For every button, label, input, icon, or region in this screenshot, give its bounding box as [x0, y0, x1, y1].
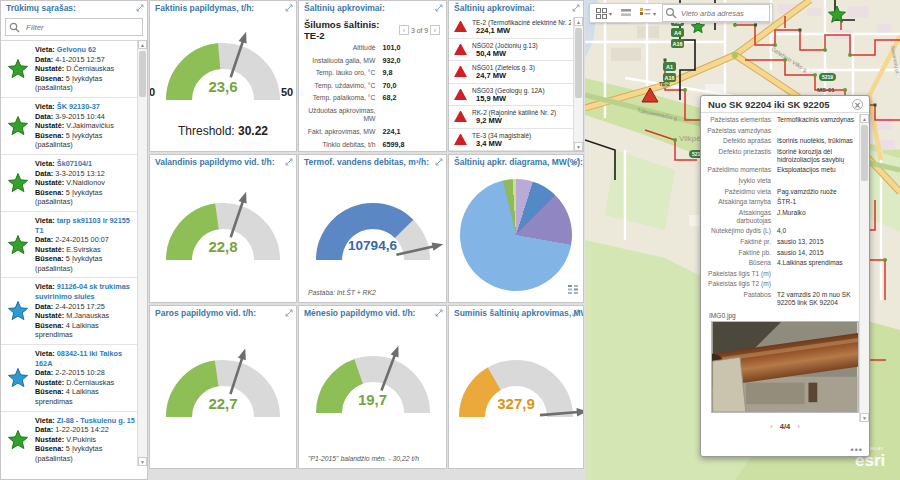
map-search-input[interactable] — [679, 8, 765, 19]
basemap-gallery-button[interactable]: ▾ — [592, 4, 616, 22]
popup-attribute-row: Įvykio vieta — [703, 177, 855, 185]
layers-icon — [620, 8, 632, 18]
expand-icon[interactable] — [572, 4, 580, 14]
scroll-up-icon[interactable]: ▲ — [860, 114, 869, 123]
panel-title: Mėnesio papildymo vid. t/h: — [304, 308, 415, 318]
popup-attribute-row: Pažeidimo vietaPag.vamzdžio ruože — [703, 188, 855, 196]
scroll-thumb[interactable] — [575, 28, 582, 98]
break-item-text: Vieta: tarp sk91103 ir 92155 T1Data: 2-2… — [35, 216, 135, 274]
green-star-icon — [1, 115, 35, 137]
scroll-thumb[interactable] — [139, 51, 146, 97]
scroll-down-icon[interactable]: ▼ — [860, 413, 869, 422]
menesio-gauge-arc — [298, 335, 447, 423]
sidebar-header: Trūkimų sąrašas: — [1, 1, 147, 16]
menesio-gauge: 19,7 — [299, 335, 446, 447]
suminis-gauge: 327,9 — [449, 339, 583, 451]
popup-scrollbar[interactable]: ▲ ▼ — [859, 114, 869, 422]
gauge-note: Pastaba: Int.ŠT + RK2 — [308, 289, 376, 296]
svg-text:TE-2: TE-2 — [659, 81, 670, 87]
popup-attribute-row: Nutekėjimo dydis (L)4,0 — [703, 227, 855, 235]
break-item-text: Vieta: 08342-11 iki Taikos 162AData: 2-2… — [35, 349, 135, 407]
filter-input[interactable] — [24, 20, 142, 34]
scroll-thumb[interactable] — [861, 125, 868, 181]
source-load-pie-chart[interactable] — [460, 179, 572, 291]
map-toolbar: ▾ ▾ — [589, 3, 773, 23]
grid-icon — [596, 8, 607, 19]
chart-options-icon[interactable] — [568, 280, 578, 298]
chevron-down-icon: ▾ — [609, 10, 612, 17]
source-load-item[interactable]: TE-3 (34 magistralė)3,4 MW — [449, 129, 583, 152]
termof-gauge-arc — [298, 182, 447, 270]
interchange-dot — [732, 52, 738, 58]
popup-titlebar: × Nuo SK 92204 iki SK 92205 — [701, 96, 869, 113]
green-star-icon — [1, 172, 35, 194]
map[interactable]: A1 A4 A16 A1 A16 5219 5219 5219 Vilkpėdė… — [585, 0, 900, 480]
break-item-text: Vieta: Šk07104/1Data: 3-3-2015 13:12Nust… — [35, 159, 135, 207]
legend-icon — [640, 8, 651, 18]
source-load-item[interactable]: RK-2 (Rajoninė katilinė Nr. 2)9,2 MW — [449, 106, 583, 129]
expand-icon[interactable] — [285, 309, 293, 319]
break-list-item[interactable]: Vieta: 91126-04 sk trukimas suvirinimo s… — [1, 278, 147, 345]
source-load-list[interactable]: TE-2 (Termofikacinė elektrinė Nr. 2)224,… — [449, 16, 583, 151]
attachment-photo[interactable] — [711, 321, 859, 413]
expand-icon[interactable] — [435, 158, 443, 168]
prev-attachment-icon[interactable]: ‹ — [770, 422, 773, 431]
termof-gauge-value: 10794,6 — [299, 238, 446, 253]
break-list-item[interactable]: Vieta: tarp sk91103 ir 92155 T1Data: 2-2… — [1, 212, 147, 279]
expand-icon[interactable] — [435, 309, 443, 319]
legend-button[interactable]: ▾ — [636, 4, 660, 22]
break-list[interactable]: Vieta: Gelvonu 62Data: 4-1-2015 12:57Nus… — [1, 40, 147, 466]
next-attachment-icon[interactable]: › — [797, 422, 800, 431]
menesio-gauge-panel: Mėnesio papildymo vid. t/h: 19,7 "P1-201… — [298, 305, 447, 469]
paros-gauge-value: 22,7 — [150, 395, 296, 412]
green-star-icon — [1, 58, 35, 80]
source-loads-panel: Šaltinių apkrovimai: TE-2 (Termofikacinė… — [448, 0, 584, 152]
filter-box — [5, 18, 143, 36]
bookmarks-button[interactable] — [616, 4, 636, 22]
detail-row: Temp. palaikoma, °C68,2 — [303, 94, 440, 102]
expand-icon[interactable] — [435, 4, 443, 14]
break-list-item[interactable]: Vieta: ŠK 92130-37Data: 3-9-2015 10:44Nu… — [1, 98, 147, 155]
panel-title: Paros papildymo vid. t/h: — [155, 308, 256, 318]
attachment-pager: ‹ 4/4 › — [701, 422, 869, 431]
scroll-up-icon[interactable]: ▲ — [138, 40, 147, 49]
warning-triangle-icon — [454, 21, 467, 32]
paros-gauge-panel: Paros papildymo vid. t/h: 22,7 — [149, 305, 297, 469]
expand-icon[interactable] — [285, 158, 293, 168]
close-icon[interactable]: × — [852, 99, 863, 110]
popup-menu-icon[interactable]: ••• — [851, 445, 863, 455]
break-list-item[interactable]: Vieta: ZI-88 - Tuskulenu g. 15Data: 1-22… — [1, 412, 147, 466]
popup-attribute-rows: Pažeistas elementasTermofikacinis vamzdy… — [701, 113, 869, 307]
panel-title: Šaltinių apkrovimai: — [454, 3, 535, 13]
svg-text:A1: A1 — [666, 64, 673, 70]
expand-icon[interactable] — [285, 4, 293, 14]
expand-icon[interactable] — [136, 4, 144, 14]
blue-star-icon — [1, 367, 35, 389]
suminis-gauge-value: 327,9 — [449, 395, 583, 412]
prev-source-button[interactable]: ‹ — [399, 25, 409, 35]
faktinis-gauge: 0 50 23,6 — [150, 22, 296, 126]
valandinis-gauge-value: 22,8 — [150, 238, 296, 255]
sidebar-title: Trūkimų sąrašas: — [6, 3, 76, 13]
break-list-item[interactable]: Vieta: 08342-11 iki Taikos 162AData: 2-2… — [1, 345, 147, 412]
paros-gauge: 22,7 — [150, 339, 296, 451]
search-icon — [665, 7, 677, 19]
scroll-down-icon[interactable]: ▼ — [574, 142, 583, 151]
scroll-down-icon[interactable]: ▼ — [138, 457, 147, 466]
sidebar-scrollbar[interactable]: ▲ ▼ — [137, 40, 147, 466]
scroll-up-icon[interactable]: ▲ — [574, 17, 583, 26]
source-load-item[interactable]: NŠG02 (Jočionių g.13)50,4 MW — [449, 39, 583, 62]
break-list-item[interactable]: Vieta: Šk07104/1Data: 3-3-2015 13:12Nust… — [1, 155, 147, 212]
load-list-scrollbar[interactable]: ▲ ▼ — [573, 17, 583, 151]
map-search-box — [662, 4, 770, 22]
next-source-button[interactable]: › — [430, 25, 440, 35]
source-load-item[interactable]: NŠG03 (Geologų g. 12A)15,9 MW — [449, 84, 583, 107]
break-list-item[interactable]: Vieta: Gelvonu 62Data: 4-1-2015 12:57Nus… — [1, 41, 147, 98]
pie-chart-panel: Šaltinių apkr. diagrama, MW(%): — [448, 154, 584, 303]
faktinis-gauge-panel: Faktinis papildymas, t/h: 0 50 23,6 Thre… — [149, 0, 297, 152]
source-load-item[interactable]: NŠG01 (Zietelos g. 3)24,7 MW — [449, 61, 583, 84]
source-load-item[interactable]: TE-2 (Termofikacinė elektrinė Nr. 2)224,… — [449, 16, 583, 39]
sidebar-pagination[interactable] — [5, 469, 81, 477]
svg-text:5219: 5219 — [822, 74, 833, 80]
popup-attribute-row: Pakeistas ilgis T1 (m) — [703, 270, 855, 278]
